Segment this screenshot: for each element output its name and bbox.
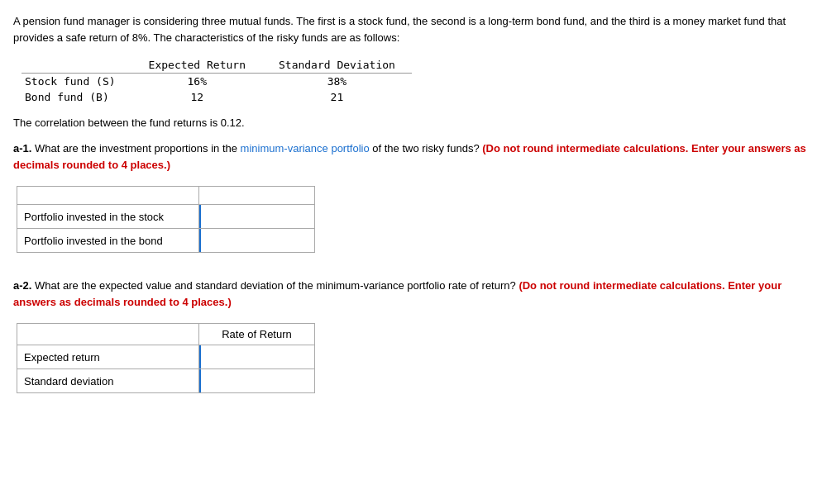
correlation-text: The correlation between the fund returns…: [13, 116, 809, 129]
a1-row-input[interactable]: [199, 229, 314, 252]
a1-row-label: Portfolio invested in the bond: [17, 229, 199, 253]
fund-expected-return: 12: [132, 89, 262, 105]
a1-row-input-cell: [199, 229, 315, 253]
a2-table-row: Standard deviation: [17, 369, 315, 393]
a2-row-label: Standard deviation: [17, 369, 199, 393]
q-a2-text: What are the expected value and standard…: [35, 279, 516, 292]
funds-table-row: Bond fund (B) 12 21: [22, 89, 412, 105]
funds-table-row: Stock fund (S) 16% 38%: [22, 74, 412, 90]
intro-text: A pension fund manager is considering th…: [13, 13, 809, 45]
question-a2: a-2. What are the expected value and sta…: [13, 278, 809, 310]
a1-table-row: Portfolio invested in the stock: [17, 205, 315, 229]
a1-table-row: Portfolio invested in the bond: [17, 229, 315, 253]
answer-table-a1: Portfolio invested in the stock Portfoli…: [17, 186, 315, 253]
q-a2-label: a-2.: [13, 279, 31, 292]
a2-rate-header: Rate of Return: [199, 324, 315, 345]
col-std-dev-header: Standard Deviation: [262, 57, 412, 74]
a2-row-input[interactable]: [199, 369, 314, 392]
q-a1-text2: of the two risky funds?: [372, 142, 479, 155]
q-a1-text: What are the investment proportions in t…: [35, 142, 241, 155]
fund-label: Bond fund (B): [22, 89, 132, 105]
a1-empty-header-value: [199, 187, 315, 205]
a1-row-input-cell: [199, 205, 315, 229]
a2-row-label: Expected return: [17, 345, 199, 369]
a2-empty-col-header: [17, 324, 199, 345]
a2-row-input[interactable]: [199, 345, 314, 368]
a2-row-input-cell: [199, 345, 315, 369]
a1-empty-header-label: [17, 187, 199, 205]
a1-row-label: Portfolio invested in the stock: [17, 205, 199, 229]
a1-row-input[interactable]: [199, 205, 314, 228]
q-a1-highlight: minimum-variance portfolio: [241, 142, 370, 155]
question-a1: a-1. What are the investment proportions…: [13, 140, 809, 173]
a2-row-input-cell: [199, 369, 315, 393]
fund-expected-return: 16%: [132, 74, 262, 90]
a2-table-row: Expected return: [17, 345, 315, 369]
fund-label: Stock fund (S): [22, 74, 132, 90]
col-label-header: [22, 57, 132, 74]
fund-std-dev: 21: [262, 89, 412, 105]
fund-std-dev: 38%: [262, 74, 412, 90]
funds-data-table: Expected Return Standard Deviation Stock…: [22, 57, 412, 105]
answer-table-a2: Rate of Return Expected return Standard …: [17, 323, 315, 393]
q-a1-label: a-1.: [13, 142, 31, 155]
col-expected-return-header: Expected Return: [132, 57, 262, 74]
